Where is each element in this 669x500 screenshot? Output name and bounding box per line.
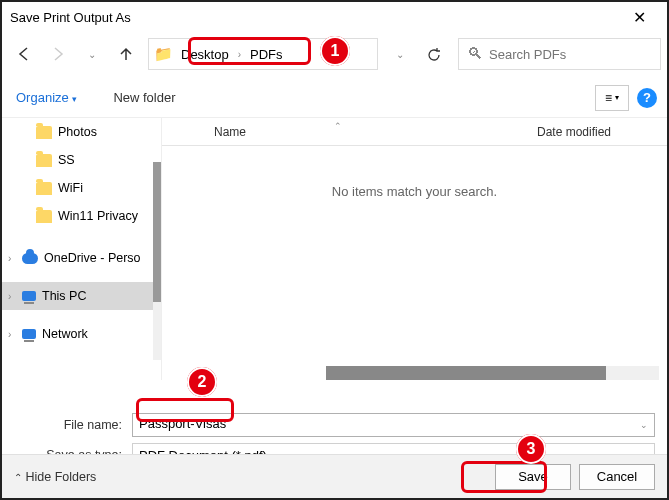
annotation-1: 1: [320, 36, 350, 66]
organize-menu[interactable]: Organize ▾: [12, 84, 81, 111]
recent-dropdown[interactable]: ⌄: [76, 38, 108, 70]
nav-row: ⌄ 📁 Desktop › PDFs 1 ⌄ 🔍︎: [2, 30, 667, 78]
help-button[interactable]: ?: [637, 88, 657, 108]
chevron-down-icon: ▾: [72, 94, 77, 104]
annotation-3: 3: [516, 434, 546, 464]
list-icon: ≡: [605, 91, 612, 105]
chevron-up-icon: ⌃: [14, 472, 22, 483]
tree-network[interactable]: › Network: [2, 320, 161, 348]
chevron-down-icon: ⌄: [396, 49, 404, 60]
tree-this-pc[interactable]: › This PC: [2, 282, 161, 310]
folder-icon: [36, 154, 52, 167]
file-list: Name⌃ Date modified No items match your …: [162, 118, 667, 380]
chevron-right-icon[interactable]: ›: [8, 253, 11, 264]
tree-label: SS: [58, 153, 75, 167]
chevron-right-icon[interactable]: ›: [8, 291, 11, 302]
filename-label: File name:: [14, 418, 132, 432]
tree-label: OneDrive - Perso: [44, 251, 141, 265]
search-icon: 🔍︎: [467, 45, 483, 63]
tree-scrollbar[interactable]: [153, 162, 161, 360]
folder-icon: 📁: [149, 45, 177, 63]
close-button[interactable]: ✕: [619, 8, 659, 27]
tree-item[interactable]: Win11 Privacy: [2, 202, 161, 230]
folder-icon: [36, 126, 52, 139]
scrollbar-thumb[interactable]: [326, 366, 606, 380]
tree-item[interactable]: WiFi: [2, 174, 161, 202]
chevron-right-icon: ›: [233, 49, 246, 60]
footer: ⌃ Hide Folders Save Cancel: [2, 454, 667, 498]
refresh-icon: [427, 47, 442, 62]
tree-item[interactable]: SS: [2, 146, 161, 174]
window-title: Save Print Output As: [10, 10, 131, 25]
filename-input[interactable]: Passport-Visas ⌄: [132, 413, 655, 437]
tree-label: Network: [42, 327, 88, 341]
empty-message: No items match your search.: [162, 184, 667, 199]
titlebar: Save Print Output As ✕: [2, 2, 667, 30]
address-dropdown[interactable]: ⌄: [384, 38, 416, 70]
tree-onedrive[interactable]: › OneDrive - Perso: [2, 244, 161, 272]
list-hscroll[interactable]: [326, 366, 659, 380]
arrow-right-icon: [50, 46, 66, 62]
tree-label: Photos: [58, 125, 97, 139]
filename-value: Passport-Visas: [139, 416, 226, 431]
body: Photos SS WiFi Win11 Privacy › OneDrive …: [2, 118, 667, 380]
new-folder-button[interactable]: New folder: [109, 84, 179, 111]
col-name[interactable]: Name⌃: [204, 125, 527, 139]
col-date[interactable]: Date modified: [527, 125, 667, 139]
up-button[interactable]: [110, 38, 142, 70]
tree-label: This PC: [42, 289, 86, 303]
breadcrumb-part[interactable]: PDFs: [246, 39, 287, 69]
chevron-down-icon: ▾: [615, 93, 619, 102]
annotation-2: 2: [187, 367, 217, 397]
folder-icon: [36, 182, 52, 195]
chevron-down-icon[interactable]: ⌄: [640, 420, 648, 430]
sort-indicator: ⌃: [334, 121, 342, 131]
cancel-button[interactable]: Cancel: [579, 464, 655, 490]
breadcrumb-part[interactable]: Desktop: [177, 39, 233, 69]
monitor-icon: [22, 291, 36, 301]
filename-row: File name: Passport-Visas ⌄: [2, 410, 667, 440]
arrow-up-icon: [118, 46, 134, 62]
search-input[interactable]: [489, 47, 652, 62]
nav-tree: Photos SS WiFi Win11 Privacy › OneDrive …: [2, 118, 162, 380]
search-box[interactable]: 🔍︎: [458, 38, 661, 70]
arrow-left-icon: [16, 46, 32, 62]
network-icon: [22, 329, 36, 339]
back-button[interactable]: [8, 38, 40, 70]
chevron-right-icon[interactable]: ›: [8, 329, 11, 340]
toolbar: Organize ▾ New folder ≡ ▾ ?: [2, 78, 667, 118]
view-button[interactable]: ≡ ▾: [595, 85, 629, 111]
chevron-down-icon: ⌄: [88, 49, 96, 60]
scrollbar-thumb[interactable]: [153, 162, 161, 302]
forward-button[interactable]: [42, 38, 74, 70]
hide-folders-button[interactable]: ⌃ Hide Folders: [14, 470, 96, 484]
save-button[interactable]: Save: [495, 464, 571, 490]
tree-item[interactable]: Photos: [2, 118, 161, 146]
folder-icon: [36, 210, 52, 223]
tree-label: WiFi: [58, 181, 83, 195]
refresh-button[interactable]: [418, 38, 450, 70]
cloud-icon: [22, 253, 38, 264]
list-header: Name⌃ Date modified: [162, 118, 667, 146]
tree-label: Win11 Privacy: [58, 209, 138, 223]
